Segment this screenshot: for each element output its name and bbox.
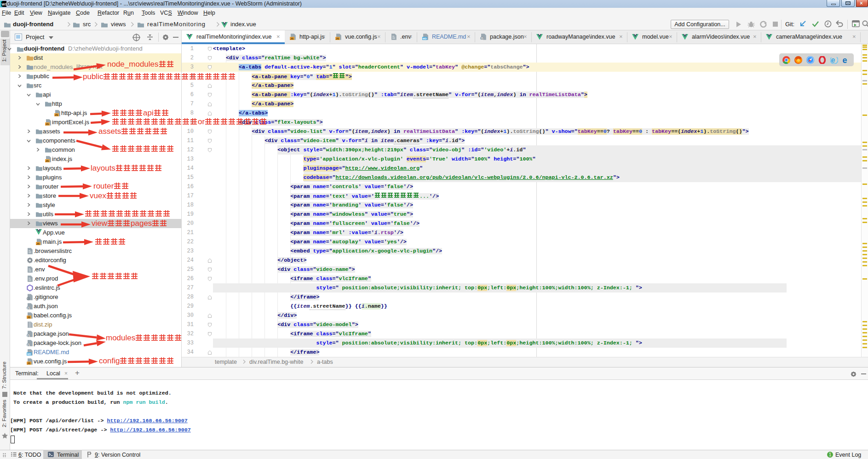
svg-text:{}: {} bbox=[27, 306, 30, 310]
svg-text:JS: JS bbox=[46, 123, 49, 126]
svg-text:JS: JS bbox=[55, 114, 58, 116]
svg-text:WS: WS bbox=[2, 2, 6, 6]
svg-text:{}: {} bbox=[27, 334, 30, 338]
svg-text:MD: MD bbox=[423, 37, 427, 40]
svg-text:JS: JS bbox=[36, 242, 40, 245]
svg-text:e: e bbox=[831, 56, 835, 64]
svg-text:{}: {} bbox=[481, 37, 483, 40]
svg-text:e: e bbox=[843, 56, 847, 64]
svg-text:JS: JS bbox=[336, 37, 339, 40]
svg-text:JS: JS bbox=[27, 316, 30, 319]
svg-text:JS: JS bbox=[290, 37, 293, 40]
svg-text:JS: JS bbox=[46, 160, 49, 162]
svg-text:JS: JS bbox=[27, 362, 30, 365]
svg-text:{}: {} bbox=[27, 343, 30, 347]
svg-text:MD: MD bbox=[27, 353, 31, 356]
